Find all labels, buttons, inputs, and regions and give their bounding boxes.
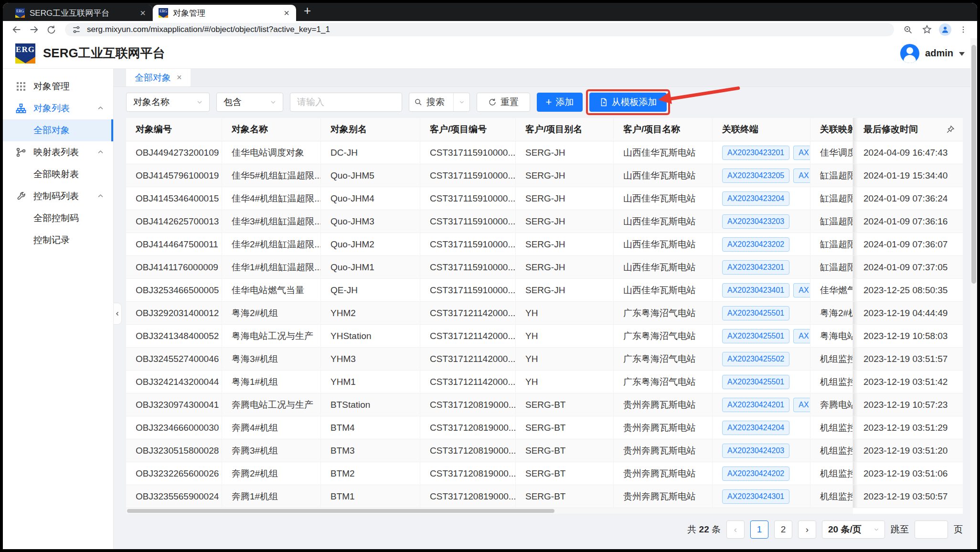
- terminal-tag[interactable]: AX20230423202: [722, 237, 789, 252]
- browser-tab-object-manage[interactable]: ERG 对象管理 ×: [153, 5, 296, 21]
- pin-icon[interactable]: [946, 125, 955, 134]
- search-input[interactable]: 请输入: [290, 93, 402, 112]
- terminal-tag[interactable]: AX: [793, 146, 810, 160]
- address-bar[interactable]: serg.mixyun.com/mixapplication/#/object/…: [65, 23, 894, 36]
- scrollbar-thumb[interactable]: [127, 509, 554, 513]
- table-row[interactable]: OBJ3241348400052粤海电站工况与生产YHStationCST317…: [126, 325, 963, 348]
- terminal-tag[interactable]: AX20230423401: [722, 283, 789, 297]
- url-text[interactable]: serg.mixyun.com/mixapplication/#/object/…: [87, 25, 330, 34]
- page-tab-close-icon[interactable]: ×: [177, 73, 182, 83]
- sidebar-item-3[interactable]: 映射表列表: [3, 141, 113, 163]
- table-row[interactable]: OBJ4144647500011佳华2#机组缸温超限...Quo-JHM2CST…: [126, 233, 963, 256]
- sidebar-item-4[interactable]: 全部映射表: [3, 163, 113, 185]
- user-avatar[interactable]: [900, 44, 919, 63]
- terminal-tag[interactable]: AX20230425502: [722, 352, 789, 366]
- sidebar-item-5[interactable]: 控制码列表: [3, 185, 113, 207]
- browser-profile-icon[interactable]: [939, 23, 951, 36]
- horizontal-scrollbar[interactable]: [126, 508, 963, 514]
- scrollbar-thumb[interactable]: [971, 45, 976, 284]
- sidebar-item-1[interactable]: 对象列表: [3, 97, 113, 119]
- search-button[interactable]: 搜索: [409, 93, 470, 112]
- tab-close-icon[interactable]: ×: [140, 8, 146, 19]
- table-row[interactable]: OBJ3234666000030奔腾4#机组BTM4CST31712081900…: [126, 416, 963, 439]
- bookmark-star-icon[interactable]: [920, 22, 934, 37]
- table-row[interactable]: OBJ4142625700013佳华3#机组缸温超限...Quo-JHM3CST…: [126, 210, 963, 233]
- page-button-2[interactable]: 2: [774, 520, 792, 539]
- forward-icon[interactable]: [27, 22, 41, 37]
- column-header-label: 客户/项目名称: [623, 123, 680, 136]
- cell-id: OBJ3232265600026: [126, 462, 222, 485]
- user-menu-caret-icon[interactable]: [959, 52, 965, 56]
- reset-button[interactable]: 重置: [477, 93, 530, 112]
- cell-modified-time: 2023-12-19 04:44:49: [853, 302, 963, 325]
- file-add-icon: [599, 98, 608, 106]
- table-row[interactable]: OBJ3230515800028奔腾3#机组BTM3CST31712081900…: [126, 439, 963, 462]
- page-size-select[interactable]: 20 条/页: [822, 520, 885, 539]
- username[interactable]: admin: [925, 48, 953, 59]
- terminal-tag[interactable]: AX20230424202: [722, 467, 789, 481]
- reload-icon[interactable]: [44, 22, 58, 37]
- terminal-tag[interactable]: AX: [793, 169, 810, 183]
- new-tab-button[interactable]: +: [304, 3, 311, 18]
- terminal-tag[interactable]: AX20230423203: [722, 214, 789, 229]
- site-settings-icon[interactable]: [72, 25, 81, 34]
- page-tab-all-objects[interactable]: 全部对象 ×: [126, 69, 191, 86]
- next-page-button[interactable]: ›: [798, 520, 816, 539]
- cell-cust_name: 广东粤海沼气电站: [614, 302, 713, 325]
- terminal-tag[interactable]: AX20230425501: [722, 306, 789, 320]
- table-row[interactable]: OBJ3235565900024奔腾1#机组BTM1CST31712081900…: [126, 485, 963, 508]
- add-button[interactable]: + 添加: [537, 93, 583, 112]
- jump-page-input[interactable]: [915, 520, 948, 539]
- terminal-tag[interactable]: AX20230423205: [722, 169, 789, 183]
- column-header-label: 关联终端: [722, 123, 758, 136]
- page-tab-bar: 全部对象 ×: [114, 69, 977, 87]
- table-row[interactable]: OBJ3245527400046粤海3#机组YHM3CST31712114200…: [126, 348, 963, 371]
- search-dropdown-toggle[interactable]: [453, 93, 469, 111]
- sidebar-item-0[interactable]: 对象管理: [3, 75, 113, 97]
- table-row[interactable]: OBJ3232265600026奔腾2#机组BTM2CST31712081900…: [126, 462, 963, 485]
- vertical-scrollbar[interactable]: [970, 38, 977, 549]
- terminal-tag[interactable]: AX20230423201: [722, 260, 789, 275]
- terminal-tag[interactable]: AX20230425501: [722, 375, 789, 389]
- cell-alias: YHM2: [321, 302, 420, 325]
- table-row[interactable]: OBJ4141176000009佳华1#机组缸温超限...Quo-JHM1CST…: [126, 256, 963, 279]
- cell-mapping: 粤海2#机: [810, 302, 853, 325]
- table-row[interactable]: OBJ4145346400015佳华4#机组缸温超限...Quo-JHM4CST…: [126, 187, 963, 210]
- add-from-template-button[interactable]: 从模板添加: [589, 93, 667, 112]
- cell-cust_alias: SERG-BT: [516, 393, 614, 416]
- terminal-tag[interactable]: AX: [793, 283, 810, 297]
- terminal-tag[interactable]: AX20230424204: [722, 421, 789, 435]
- table-row[interactable]: OBJ3253466500005佳华电站燃气当量QE-JHCST31711591…: [126, 279, 963, 302]
- table-row[interactable]: OBJ3292031400012粤海2#机组YHM2CST31712114200…: [126, 302, 963, 325]
- terminal-tag[interactable]: AX20230423201: [722, 146, 789, 160]
- sidebar-collapse-handle[interactable]: [114, 303, 122, 325]
- terminal-tag[interactable]: AX20230424201: [722, 398, 789, 412]
- page-button-1[interactable]: 1: [750, 520, 768, 539]
- browser-tab-serg[interactable]: ERG SERG工业互联网平台 ×: [10, 5, 153, 21]
- tab-close-icon[interactable]: ×: [284, 8, 289, 19]
- prev-page-button[interactable]: ‹: [726, 520, 745, 539]
- terminal-tag[interactable]: AX20230424203: [722, 444, 789, 458]
- sidebar-item-6[interactable]: 全部控制码: [3, 207, 113, 229]
- terminal-tag[interactable]: AX: [793, 329, 810, 343]
- sidebar-item-7[interactable]: 控制记录: [3, 229, 113, 251]
- table-row[interactable]: OBJ3230974300041奔腾电站工况与生产BTStationCST317…: [126, 393, 963, 416]
- terminal-tag[interactable]: AX20230423204: [722, 191, 789, 206]
- field-select[interactable]: 对象名称: [126, 93, 210, 112]
- cell-id: OBJ4142625700013: [126, 210, 222, 233]
- table-row[interactable]: OBJ4145796100019佳华5#机组缸温超限...Quo-JHM5CST…: [126, 164, 963, 187]
- cell-alias: QE-JH: [321, 279, 420, 302]
- terminal-tag[interactable]: AX20230424301: [722, 489, 789, 504]
- cell-alias: BTM2: [321, 462, 420, 485]
- back-icon[interactable]: [10, 22, 24, 37]
- cell-alias: Quo-JHM3: [321, 210, 420, 233]
- zoom-icon[interactable]: [901, 22, 915, 37]
- sidebar-item-2[interactable]: 全部对象: [3, 119, 113, 141]
- cell-alias: BTM3: [321, 439, 420, 462]
- browser-menu-icon[interactable]: [956, 22, 970, 37]
- table-row[interactable]: OBJ4494273200109佳华电站调度对象DC-JHCST31711591…: [126, 141, 963, 164]
- terminal-tag[interactable]: AX: [793, 398, 810, 412]
- operator-select[interactable]: 包含: [216, 93, 283, 112]
- terminal-tag[interactable]: AX20230425501: [722, 329, 789, 343]
- table-row[interactable]: OBJ3242143200044粤海1#机组YHM1CST31712114200…: [126, 371, 963, 393]
